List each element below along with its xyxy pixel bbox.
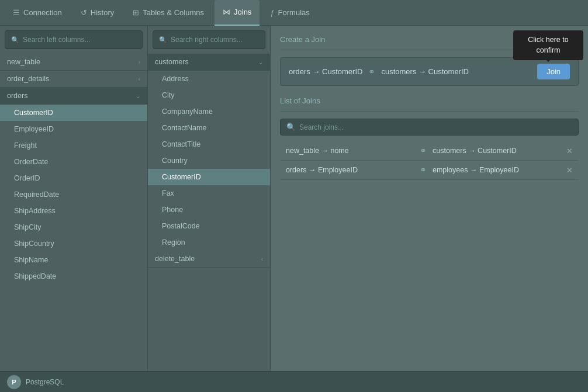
chevron-right-icon: ›	[139, 59, 140, 65]
left-panel: 🔍 new_table › order_details ‹ orders ⌄ C…	[0, 26, 148, 371]
connection-icon: ☰	[13, 8, 20, 17]
table-item-customers[interactable]: customers ⌄	[148, 54, 270, 71]
join-row-1-close-icon[interactable]: ✕	[566, 166, 573, 175]
main-layout: 🔍 new_table › order_details ‹ orders ⌄ C…	[0, 26, 588, 371]
left-search-icon: 🔍	[11, 36, 19, 44]
tab-connection[interactable]: ☰ Connection	[5, 0, 70, 26]
formulas-icon: ƒ	[270, 8, 274, 17]
join-button[interactable]: Join	[537, 64, 570, 79]
col-item-shippeddate[interactable]: ShippedDate	[0, 268, 147, 285]
tab-tables-columns[interactable]: ⊞ Tables & Columns	[124, 0, 212, 26]
chevron-left-icon: ‹	[139, 76, 140, 82]
history-icon: ↺	[81, 8, 87, 17]
left-scroll-list: new_table › order_details ‹ orders ⌄ Cus…	[0, 54, 147, 371]
mid-col-postalcode[interactable]: PostalCode	[148, 218, 270, 234]
col-item-orderid[interactable]: OrderID	[0, 170, 147, 186]
bottom-bar: P PostgreSQL	[0, 371, 588, 392]
joins-search-icon: 🔍	[286, 123, 296, 131]
col-item-shipcity[interactable]: ShipCity	[0, 219, 147, 235]
join-row-0-right: customers → CustomerID	[433, 147, 561, 155]
joins-icon: ⋈	[223, 8, 230, 16]
col-item-freight[interactable]: Freight	[0, 137, 147, 154]
col-item-customerid[interactable]: CustomerID	[0, 105, 147, 121]
mid-col-city[interactable]: City	[148, 87, 270, 103]
table-item-order-details[interactable]: order_details ‹	[0, 71, 147, 88]
tab-history[interactable]: ↺ History	[72, 0, 122, 26]
join-right-label: customers → CustomerID	[381, 67, 469, 76]
tables-icon: ⊞	[133, 8, 139, 17]
join-row-1-right: employees → EmployeeID	[433, 166, 561, 174]
mid-col-phone[interactable]: Phone	[148, 202, 270, 218]
list-of-joins-title: List of Joins	[280, 96, 579, 105]
right-panel: Click here to confirm Create a Join orde…	[271, 26, 588, 371]
tab-formulas[interactable]: ƒ Formulas	[262, 0, 317, 26]
left-search-input[interactable]	[23, 36, 136, 44]
col-item-orderdate[interactable]: OrderDate	[0, 154, 147, 170]
join-row-1: orders → EmployeeID ⚭ employees → Employ…	[280, 161, 579, 180]
table-item-orders[interactable]: orders ⌄	[0, 88, 147, 105]
left-search-box[interactable]: 🔍	[5, 30, 143, 49]
middle-panel: 🔍 customers ⌄ Address City CompanyName C…	[148, 26, 271, 371]
join-row-0-close-icon[interactable]: ✕	[566, 147, 573, 155]
joins-search-box[interactable]: 🔍	[280, 119, 579, 136]
join-create-row: orders → CustomerID ⚭ customers → Custom…	[280, 57, 579, 86]
mid-col-contactname[interactable]: ContactName	[148, 120, 270, 136]
table-item-new-table[interactable]: new_table ›	[0, 54, 147, 71]
mid-col-fax[interactable]: Fax	[148, 185, 270, 202]
join-row-0-left: new_table → nome	[286, 147, 414, 155]
join-left-label: orders → CustomerID	[289, 67, 362, 76]
customers-chevron-icon: ⌄	[258, 59, 263, 65]
col-item-employeeid[interactable]: EmployeeID	[0, 121, 147, 137]
right-search-box[interactable]: 🔍	[153, 30, 265, 49]
link-icon: ⚭	[368, 67, 375, 77]
col-item-shipname[interactable]: ShipName	[0, 252, 147, 268]
right-search-icon: 🔍	[159, 36, 167, 44]
table-item-delete-table[interactable]: delete_table ‹	[148, 251, 270, 268]
col-item-requireddate[interactable]: RequiredDate	[0, 186, 147, 203]
joins-list-divider	[280, 111, 579, 112]
joins-search-input[interactable]	[299, 123, 572, 131]
right-search-input[interactable]	[171, 36, 259, 44]
db-avatar: P	[7, 375, 21, 389]
col-item-shipcountry[interactable]: ShipCountry	[0, 235, 147, 252]
join-row-1-left: orders → EmployeeID	[286, 166, 414, 174]
join-row-0-link-icon: ⚭	[420, 146, 427, 155]
mid-col-region[interactable]: Region	[148, 234, 270, 251]
top-nav: ☰ Connection ↺ History ⊞ Tables & Column…	[0, 0, 588, 26]
join-row-0: new_table → nome ⚭ customers → CustomerI…	[280, 141, 579, 161]
chevron-down-icon: ⌄	[136, 93, 140, 99]
col-item-shipaddress[interactable]: ShipAddress	[0, 203, 147, 219]
confirm-tooltip[interactable]: Click here to confirm	[513, 30, 583, 60]
mid-col-companyname[interactable]: CompanyName	[148, 103, 270, 120]
tab-joins[interactable]: ⋈ Joins	[215, 0, 260, 26]
middle-scroll-list: customers ⌄ Address City CompanyName Con…	[148, 54, 270, 371]
mid-col-customerid[interactable]: CustomerID	[148, 169, 270, 185]
mid-col-country[interactable]: Country	[148, 152, 270, 169]
mid-col-address[interactable]: Address	[148, 71, 270, 87]
delete-table-chevron-icon: ‹	[261, 256, 263, 262]
db-label: PostgreSQL	[26, 378, 64, 386]
mid-col-contacttitle[interactable]: ContactTitle	[148, 136, 270, 152]
join-row-1-link-icon: ⚭	[420, 165, 427, 175]
